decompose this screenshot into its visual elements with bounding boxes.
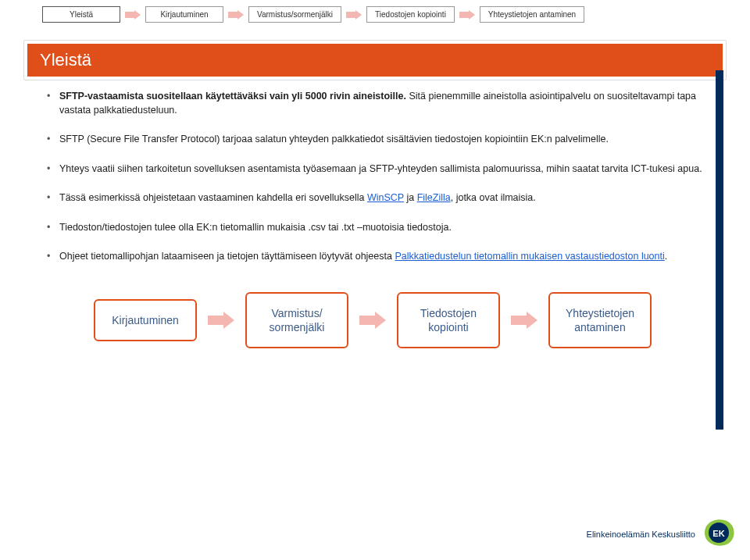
flow-step-varmistus[interactable]: Varmistus/sormenjälki (245, 292, 348, 348)
arrow-right-icon (511, 312, 538, 329)
nav-step-kirjautuminen[interactable]: Kirjautuminen (145, 6, 223, 23)
nav-step-yleista[interactable]: Yleistä (42, 6, 120, 23)
svg-marker-4 (208, 312, 234, 329)
bullet-item: Tiedoston/tiedostojen tulee olla EK:n ti… (47, 221, 703, 235)
flow-step-kopiointi[interactable]: Tiedostojenkopiointi (397, 292, 500, 348)
bullet-item: Yhteys vaatii siihen tarkoitetun sovellu… (47, 162, 703, 177)
arrow-right-icon (208, 312, 234, 329)
arrow-right-icon (359, 312, 386, 329)
nav-step-varmistus[interactable]: Varmistus/sormenjälki (248, 6, 341, 23)
bullet-item: SFTP-vastaamista suositellaan käytettävä… (47, 90, 703, 117)
process-flow-bottom: Kirjautuminen Varmistus/sormenjälki Tied… (94, 292, 695, 348)
svg-marker-1 (228, 10, 244, 20)
svg-marker-0 (125, 10, 141, 20)
bullet-item: SFTP (Secure File Transfer Protocol) tar… (47, 133, 703, 147)
arrow-right-icon (228, 10, 244, 20)
page-title: Yleistä (27, 44, 723, 77)
bullet-text: Yhteys vaatii siihen tarkoitetun sovellu… (59, 163, 702, 174)
svg-text:EK: EK (712, 529, 724, 538)
ek-logo: Elinkeinoelämän Keskusliitto EK (587, 517, 736, 551)
bullet-text: SFTP-vastaamista suositellaan käytettävä… (59, 91, 696, 116)
bullet-text: SFTP (Secure File Transfer Protocol) tar… (59, 134, 609, 144)
arrow-right-icon (459, 10, 475, 20)
bullet-text: Tässä esimerkissä ohjeistetaan vastaamin… (59, 192, 536, 203)
accent-bar (716, 70, 723, 430)
bullet-text: Ohjeet tietomallipohjan lataamiseen ja t… (59, 251, 667, 262)
nav-step-yhteystiedot[interactable]: Yhteystietojen antaminen (480, 6, 584, 23)
bullet-item: Ohjeet tietomallipohjan lataamiseen ja t… (47, 250, 703, 264)
svg-marker-2 (346, 10, 362, 20)
arrow-right-icon (125, 10, 141, 20)
flow-step-kirjautuminen[interactable]: Kirjautuminen (94, 299, 197, 341)
nav-step-kopiointi[interactable]: Tiedostojen kopiointi (366, 6, 455, 23)
process-nav-top: Yleistä Kirjautuminen Varmistus/sormenjä… (0, 0, 750, 29)
flow-step-yhteystiedot[interactable]: Yhteystietojenantaminen (548, 292, 652, 348)
link-tietomalli-ohje[interactable]: Palkkatiedustelun tietomallin mukaisen v… (395, 251, 664, 262)
bullet-item: Tässä esimerkissä ohjeistetaan vastaamin… (47, 191, 703, 205)
link-winscp[interactable]: WinSCP (367, 192, 404, 203)
arrow-right-icon (346, 10, 362, 20)
heading-card: Yleistä (23, 40, 727, 80)
link-filezilla[interactable]: FileZilla (417, 192, 451, 203)
ek-badge-icon: EK (702, 517, 736, 551)
body-content: SFTP-vastaamista suositellaan käytettävä… (47, 90, 703, 264)
svg-marker-6 (511, 312, 538, 329)
svg-marker-5 (359, 312, 386, 329)
bullet-text: Tiedoston/tiedostojen tulee olla EK:n ti… (59, 222, 452, 233)
svg-marker-3 (459, 10, 475, 20)
logo-text: Elinkeinoelämän Keskusliitto (587, 530, 695, 539)
